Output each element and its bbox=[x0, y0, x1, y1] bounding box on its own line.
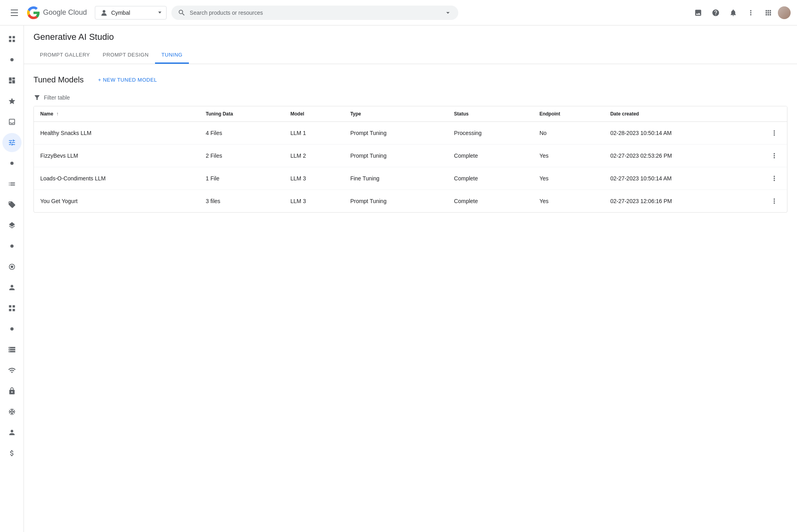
cell-name: Healthy Snacks LLM bbox=[34, 122, 199, 145]
more-options-button[interactable] bbox=[743, 5, 759, 21]
image-icon bbox=[694, 9, 702, 17]
tab-tuning[interactable]: TUNING bbox=[155, 47, 189, 64]
cell-model: LLM 2 bbox=[284, 145, 344, 167]
col-header-status: Status bbox=[448, 106, 533, 122]
table-row: Loads-O-Condiments LLM1 FileLLM 3Fine Tu… bbox=[34, 167, 787, 190]
cell-endpoint: Yes bbox=[533, 190, 604, 213]
sidebar-item-dot2[interactable] bbox=[2, 154, 22, 173]
apps-icon bbox=[764, 9, 772, 17]
tab-prompt-gallery[interactable]: PROMPT GALLERY bbox=[33, 47, 96, 64]
sidebar-item-tag[interactable] bbox=[2, 195, 22, 214]
sidebar-item-snowflake[interactable] bbox=[2, 402, 22, 421]
chevron-down-icon bbox=[158, 12, 161, 14]
cell-actions bbox=[762, 167, 787, 190]
cell-type: Prompt Tuning bbox=[344, 122, 448, 145]
sidebar-item-grid2[interactable] bbox=[2, 299, 22, 318]
more-vertical-icon bbox=[747, 9, 755, 17]
project-selector[interactable]: Cymbal bbox=[95, 6, 167, 20]
col-header-type: Type bbox=[344, 106, 448, 122]
sidebar-item-dot1[interactable] bbox=[2, 50, 22, 69]
row-more-button[interactable] bbox=[768, 149, 781, 162]
row-more-button[interactable] bbox=[768, 195, 781, 207]
dot-icon bbox=[10, 327, 14, 331]
sidebar-item-dashboard[interactable] bbox=[2, 71, 22, 90]
project-icon bbox=[100, 9, 108, 17]
person2-icon bbox=[8, 428, 16, 436]
wifi-icon bbox=[8, 366, 16, 374]
cell-date_created: 02-27-2023 12:06:16 PM bbox=[604, 190, 762, 213]
snowflake-icon bbox=[8, 408, 16, 416]
cell-status: Complete bbox=[448, 145, 533, 167]
page-header: Generative AI Studio PROMPT GALLERY PROM… bbox=[24, 25, 797, 64]
tabs-container: PROMPT GALLERY PROMPT DESIGN TUNING bbox=[33, 47, 787, 64]
new-tuned-model-label: + NEW TUNED MODEL bbox=[98, 77, 157, 83]
search-bar[interactable]: Search products or resources bbox=[171, 6, 458, 20]
storage-icon bbox=[8, 346, 16, 354]
cell-tuning_data: 2 Files bbox=[199, 145, 284, 167]
topbar-right-actions bbox=[690, 5, 791, 21]
cell-status: Complete bbox=[448, 167, 533, 190]
menu-button[interactable] bbox=[6, 5, 22, 21]
table-row: Healthy Snacks LLM4 FilesLLM 1Prompt Tun… bbox=[34, 122, 787, 145]
tab-prompt-design[interactable]: PROMPT DESIGN bbox=[96, 47, 155, 64]
grid2-icon bbox=[8, 304, 16, 312]
cell-actions bbox=[762, 145, 787, 167]
cell-endpoint: Yes bbox=[533, 167, 604, 190]
sidebar-item-inbox[interactable] bbox=[2, 112, 22, 131]
sidebar-item-person[interactable] bbox=[2, 278, 22, 297]
user-avatar[interactable] bbox=[778, 6, 791, 19]
help-button[interactable] bbox=[708, 5, 724, 21]
sidebar-item-star[interactable] bbox=[2, 92, 22, 111]
tuned-models-table: Name ↑ Tuning Data Model Type Status End… bbox=[34, 106, 787, 212]
filter-icon bbox=[33, 94, 41, 101]
money-icon bbox=[8, 449, 16, 457]
bell-icon bbox=[729, 9, 737, 17]
sidebar-item-money[interactable] bbox=[2, 444, 22, 463]
more-vert-icon bbox=[770, 174, 778, 182]
sidebar-item-person2[interactable] bbox=[2, 423, 22, 442]
row-more-button[interactable] bbox=[768, 172, 781, 185]
search-placeholder-text: Search products or resources bbox=[190, 10, 440, 16]
sidebar-item-list[interactable] bbox=[2, 174, 22, 194]
sidebar-item-tune[interactable] bbox=[2, 133, 22, 152]
sidebar-item-storage[interactable] bbox=[2, 340, 22, 359]
notifications-button[interactable] bbox=[725, 5, 741, 21]
google-cloud-logo[interactable]: Google Cloud bbox=[27, 6, 87, 19]
table-row: You Get Yogurt3 filesLLM 3Prompt TuningC… bbox=[34, 190, 787, 213]
sidebar-item-dot4[interactable] bbox=[2, 319, 22, 338]
tuned-models-title: Tuned Models bbox=[33, 75, 84, 84]
sidebar-item-wifi[interactable] bbox=[2, 361, 22, 380]
google-cloud-text: Google Cloud bbox=[43, 8, 87, 17]
sidebar bbox=[0, 25, 24, 532]
col-header-name[interactable]: Name ↑ bbox=[34, 106, 199, 122]
dot-icon bbox=[10, 244, 14, 248]
table-header-row: Name ↑ Tuning Data Model Type Status End… bbox=[34, 106, 787, 122]
cell-model: LLM 3 bbox=[284, 190, 344, 213]
sidebar-item-grid[interactable] bbox=[2, 29, 22, 49]
sidebar-item-radio[interactable] bbox=[2, 257, 22, 276]
sidebar-item-layers[interactable] bbox=[2, 216, 22, 235]
apps-button[interactable] bbox=[760, 5, 776, 21]
image-button[interactable] bbox=[690, 5, 706, 21]
cell-status: Complete bbox=[448, 190, 533, 213]
layers-icon bbox=[8, 221, 16, 229]
cell-date_created: 02-27-2023 10:50:14 AM bbox=[604, 167, 762, 190]
cell-name: FizzyBevs LLM bbox=[34, 145, 199, 167]
cell-actions bbox=[762, 122, 787, 145]
cell-endpoint: Yes bbox=[533, 145, 604, 167]
hamburger-icon bbox=[11, 10, 18, 16]
table-body: Healthy Snacks LLM4 FilesLLM 1Prompt Tun… bbox=[34, 122, 787, 213]
new-tuned-model-button[interactable]: + NEW TUNED MODEL bbox=[93, 74, 162, 86]
cell-tuning_data: 3 files bbox=[199, 190, 284, 213]
sidebar-item-dot3[interactable] bbox=[2, 237, 22, 256]
svg-point-0 bbox=[103, 10, 106, 13]
lock-icon bbox=[8, 387, 16, 395]
sidebar-item-lock[interactable] bbox=[2, 381, 22, 401]
row-more-button[interactable] bbox=[768, 127, 781, 139]
col-header-date-created: Date created bbox=[604, 106, 762, 122]
more-vert-icon bbox=[770, 197, 778, 205]
cell-endpoint: No bbox=[533, 122, 604, 145]
cell-date_created: 02-27-2023 02:53:26 PM bbox=[604, 145, 762, 167]
help-icon bbox=[712, 9, 720, 17]
filter-text[interactable]: Filter table bbox=[44, 94, 70, 101]
